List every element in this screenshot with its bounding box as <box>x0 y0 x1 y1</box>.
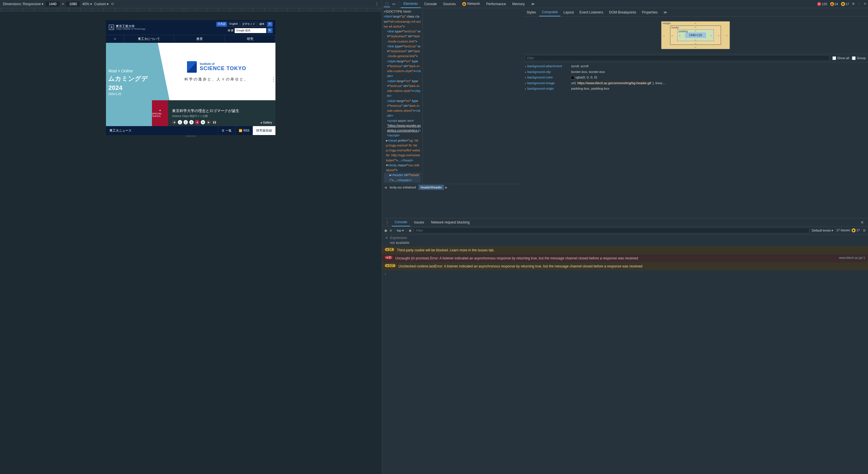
side-tab-layout[interactable]: Layout <box>561 9 577 16</box>
throttle-dropdown[interactable]: Custom ▾ <box>94 2 109 6</box>
rotate-icon[interactable]: ⟲ <box>111 2 114 6</box>
warning-count[interactable]: ▲24 <box>830 2 838 6</box>
tab-elements[interactable]: Elements <box>401 0 421 8</box>
drawer-close-icon[interactable]: ✕ <box>858 219 866 226</box>
slide-3[interactable]: 3 <box>189 120 194 124</box>
drag-handle-bottom[interactable]: ═══ <box>106 135 275 139</box>
drawer-menu-icon[interactable]: ⋮ <box>384 220 391 225</box>
console-clear-icon[interactable]: ⊘ <box>390 229 392 232</box>
dom-html[interactable]: <html lang="ja" class class="wf-notosans… <box>384 14 421 29</box>
kebab-icon[interactable]: ⋮ <box>858 2 861 6</box>
log-levels-dropdown[interactable]: Default levels ▾ <box>812 229 833 232</box>
dom-style2[interactable]: <style lang="en" type="text/css" id="dar… <box>384 79 421 98</box>
crumb-next-icon[interactable]: ▶ <box>445 185 448 189</box>
console-filter-input[interactable] <box>414 228 809 233</box>
crumb-header[interactable]: header#header <box>418 185 444 190</box>
slide-prev[interactable]: ◀ <box>172 120 176 124</box>
live-expression-icon[interactable]: ◉ <box>409 229 412 232</box>
issue-count[interactable]: ■17 <box>841 2 849 6</box>
lang-ja[interactable]: 日本語 <box>216 22 227 27</box>
zoom-dropdown[interactable]: 40% ▾ <box>82 2 92 6</box>
font-normal[interactable]: 標準 <box>258 22 266 27</box>
site-logo[interactable]: 大 東京工業大学 Tokyo Institute of Technology <box>109 24 145 30</box>
group-checkbox[interactable]: Group <box>852 56 866 60</box>
tabs-more[interactable]: ≫ <box>528 0 538 8</box>
nav-education[interactable]: 教育 <box>174 35 225 43</box>
console-prompt[interactable]: › <box>382 270 868 278</box>
device-menu-icon[interactable]: ⋮ <box>375 2 379 6</box>
device-toggle-icon[interactable]: ▭ <box>391 1 397 7</box>
slide-1[interactable]: 1 <box>178 120 182 124</box>
console-gear-icon[interactable]: ⚙ <box>863 229 866 232</box>
dom-header-selected[interactable]: ▸<header id="header">…</header> <box>384 173 421 183</box>
dom-style3[interactable]: <style lang="en" type="text/css" id="dar… <box>384 98 421 118</box>
crumb-body[interactable]: body.vsc-initialized <box>388 185 418 190</box>
elements-tree[interactable]: <!DOCTYPE html> <html lang="ja" class cl… <box>382 8 423 184</box>
side-tab-listeners[interactable]: Event Listeners <box>577 9 606 16</box>
inspect-icon[interactable]: ⬚ <box>384 1 390 7</box>
error-count[interactable]: ✕120 <box>817 2 827 6</box>
font-large[interactable]: 大 <box>267 22 273 27</box>
drawer-tab-console[interactable]: Console <box>392 218 410 226</box>
dom-body[interactable]: ▾<body class="vsc-initialized"> <box>384 163 421 173</box>
prop-row[interactable]: background-colorrgba(0, 0, 0, 0) <box>525 75 866 81</box>
side-tabs-more[interactable]: ≫ <box>661 9 670 16</box>
show-all-checkbox[interactable]: Show all <box>832 56 849 60</box>
issues-link[interactable]: 17 Issues: ■ 17 <box>836 228 860 232</box>
special-title[interactable]: 東京科学大学の理念とロゴマークが誕生 <box>172 108 272 114</box>
tab-memory[interactable]: Memory <box>509 0 527 8</box>
prop-row[interactable]: background-originpadding-box, padding-bo… <box>525 86 866 92</box>
live-expression-row[interactable]: ✕ Expression not available <box>382 234 868 246</box>
gear-icon[interactable]: ⚙ <box>852 2 855 6</box>
console-sidebar-icon[interactable]: ▣ <box>384 229 387 232</box>
slide-4[interactable]: 4 <box>195 120 199 124</box>
computed-filter-input[interactable] <box>525 55 829 61</box>
dimensions-dropdown[interactable]: Dimensions: Responsive ▾ <box>3 2 43 6</box>
news-list[interactable]: ☰一覧 <box>218 126 235 135</box>
news-more[interactable]: 研究最前線 <box>253 126 275 135</box>
console-message-warn[interactable]: 24 Third-party cookie will be blocked. L… <box>382 246 868 255</box>
nav-home[interactable]: ⌂ <box>106 35 124 43</box>
width-input[interactable] <box>46 1 59 7</box>
slide-5[interactable]: 5 <box>201 120 205 124</box>
slide-pause[interactable]: ❚❚ <box>212 120 217 124</box>
drawer-tab-blocking[interactable]: Network request blocking <box>428 218 472 226</box>
lang-en[interactable]: English <box>228 22 240 27</box>
slide-2[interactable]: 2 <box>184 120 188 124</box>
dom-doctype[interactable]: <!DOCTYPE html> <box>384 9 421 14</box>
context-selector[interactable]: top ▾ <box>397 229 404 232</box>
height-input[interactable] <box>66 1 80 7</box>
nav-about[interactable]: 東工大について <box>124 35 174 43</box>
dom-script[interactable]: <script async src="https://www.google-an… <box>384 118 421 138</box>
side-tab-props[interactable]: Properties <box>639 9 660 16</box>
side-tab-computed[interactable]: Computed <box>539 8 560 17</box>
prop-row[interactable]: background-imageurl(https://www.titech.a… <box>525 81 866 86</box>
tab-console[interactable]: Console <box>421 0 440 8</box>
prop-row[interactable]: background-attachmentscroll, scroll <box>525 63 866 69</box>
dom-style1[interactable]: <style lang="en" type="text/css" id="dar… <box>384 59 421 79</box>
drawer-tab-issues[interactable]: Issues <box>411 218 427 226</box>
console-message-warn[interactable]: 117 Unchecked runtime.lastError: A liste… <box>382 263 868 271</box>
box-model[interactable]: margin – – – – border – – – – padding – <box>523 17 868 54</box>
crumb-prev-icon[interactable]: ◀ <box>384 185 387 189</box>
tab-sources[interactable]: Sources <box>440 0 459 8</box>
prop-row[interactable]: background-clipborder-box, border-box <box>525 69 866 75</box>
resize-handle-right[interactable]: ⋮⋮ <box>271 76 279 83</box>
search-input[interactable]: Google 提供 <box>235 28 266 33</box>
search-button[interactable]: 🔍 <box>268 28 273 33</box>
dom-link2[interactable]: <link type="text/css" rel="stylesheet" i… <box>384 44 421 59</box>
gallery-link[interactable]: ▸ Gallery <box>261 121 272 124</box>
slide-next[interactable]: ▶ <box>207 120 211 124</box>
message-source[interactable]: www.titech.ac.jp/:1 <box>839 256 865 259</box>
dom-head[interactable]: ▸<head prefix="og: http://ogp.me/ns# fb:… <box>384 138 421 163</box>
tab-performance[interactable]: Performance <box>484 0 509 8</box>
page-preview[interactable]: 大 東京工業大学 Tokyo Institute of Technology 日… <box>106 20 275 139</box>
side-tab-styles[interactable]: Styles <box>524 9 538 16</box>
console-message-error[interactable]: 3 Uncaught (in promise) Error: A listene… <box>382 255 868 263</box>
side-tab-dombp[interactable]: DOM Breakpoints <box>606 9 639 16</box>
close-icon[interactable]: ✕ <box>864 2 866 6</box>
news-rss[interactable]: 📶RSS <box>235 126 253 135</box>
nav-research[interactable]: 研究 <box>225 35 275 43</box>
dom-link1[interactable]: <link type="text/css" rel="stylesheet" i… <box>384 29 421 44</box>
tab-network[interactable]: ▲Network <box>459 0 483 8</box>
